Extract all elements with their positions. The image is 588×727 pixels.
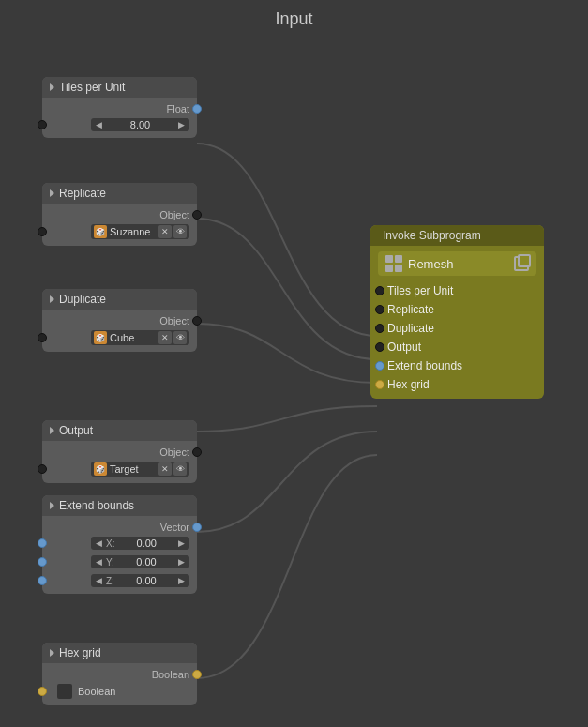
extend-z-decrement[interactable]: ◀ (94, 576, 104, 585)
hex-collapse-triangle[interactable] (50, 649, 54, 657)
node-hex-grid: Hex grid Boolean Boolean (42, 643, 197, 705)
extend-x-row: ◀ X: 0.00 ▶ (42, 534, 197, 553)
hex-input-socket[interactable] (38, 687, 47, 696)
extend-y-input-socket[interactable] (38, 557, 47, 567)
replicate-input-socket[interactable] (38, 227, 47, 236)
extend-collapse-triangle[interactable] (50, 502, 54, 509)
invoke-input-tiles: Tiles per Unit (370, 281, 544, 300)
invoke-input-replicate: Replicate (370, 300, 544, 319)
node-output-title: Output (59, 424, 93, 437)
node-tiles-per-unit: Tiles per Unit Float ◀ 8.00 ▶ (42, 77, 197, 138)
replicate-collapse-triangle[interactable] (50, 189, 54, 197)
duplicate-output-socket[interactable] (192, 316, 202, 326)
replicate-output-socket[interactable] (192, 210, 202, 220)
invoke-header: Invoke Subprogram (370, 225, 544, 246)
duplicate-clear-btn[interactable]: ✕ (158, 331, 172, 344)
invoke-input-output: Output (370, 338, 544, 356)
invoke-replicate-label: Replicate (387, 303, 434, 316)
output-eye-btn[interactable]: 👁 (173, 462, 187, 476)
hex-bool-checkbox[interactable] (57, 684, 72, 699)
duplicate-object-label-row: Object (42, 313, 197, 327)
extend-z-value: 0.00 (116, 575, 176, 586)
invoke-title: Invoke Subprogram (383, 229, 481, 242)
extend-x-value: 0.00 (116, 538, 176, 549)
extend-x-field[interactable]: ◀ X: 0.00 ▶ (91, 537, 189, 550)
invoke-hex-socket[interactable] (375, 380, 384, 389)
extend-y-field[interactable]: ◀ Y: 0.00 ▶ (91, 555, 189, 568)
extend-z-field[interactable]: ◀ Z: 0.00 ▶ (91, 574, 189, 587)
output-collapse-triangle[interactable] (50, 427, 54, 434)
node-tiles-per-unit-title: Tiles per Unit (59, 81, 125, 94)
replicate-eye-btn[interactable]: 👁 (173, 225, 187, 238)
duplicate-collapse-triangle[interactable] (50, 295, 54, 303)
invoke-subname-row[interactable]: Remesh (378, 251, 536, 276)
extend-y-row: ◀ Y: 0.00 ▶ (42, 553, 197, 571)
extend-x-decrement[interactable]: ◀ (94, 538, 104, 548)
node-invoke-subprogram: Invoke Subprogram Remesh Tiles per Unit … (370, 225, 544, 399)
node-duplicate: Duplicate Object 🎲 Cube ✕ 👁 (42, 289, 197, 352)
node-hex-grid-header: Hex grid (42, 643, 197, 663)
invoke-duplicate-socket[interactable] (375, 324, 384, 333)
duplicate-input-socket[interactable] (38, 333, 47, 342)
node-extend-bounds-header: Extend bounds (42, 495, 197, 516)
extend-output-socket[interactable] (192, 523, 202, 532)
invoke-inputs-list: Tiles per Unit Replicate Duplicate Outpu… (370, 281, 544, 399)
extend-vector-label-row: Vector (42, 520, 197, 534)
extend-z-increment[interactable]: ▶ (176, 576, 187, 585)
invoke-tiles-socket[interactable] (375, 286, 384, 295)
node-output: Output Object 🎲 Target ✕ 👁 (42, 420, 197, 483)
replicate-clear-btn[interactable]: ✕ (158, 225, 172, 238)
invoke-copy-icon[interactable] (514, 256, 529, 271)
extend-y-increment[interactable]: ▶ (176, 557, 187, 567)
extend-y-value: 0.00 (116, 556, 176, 568)
replicate-obj-icon: 🎲 (94, 225, 107, 238)
invoke-input-duplicate: Duplicate (370, 319, 544, 338)
duplicate-obj-name: Cube (110, 332, 156, 343)
tiles-input-socket[interactable] (38, 120, 47, 129)
output-obj-field[interactable]: 🎲 Target ✕ 👁 (91, 462, 189, 477)
extend-x-increment[interactable]: ▶ (176, 538, 187, 548)
node-duplicate-header: Duplicate (42, 289, 197, 310)
extend-z-row: ◀ Z: 0.00 ▶ (42, 571, 197, 590)
hex-output-socket[interactable] (192, 670, 202, 679)
invoke-extend-socket[interactable] (375, 361, 384, 371)
invoke-input-hex: Hex grid (370, 375, 544, 399)
output-input-socket[interactable] (38, 464, 47, 474)
output-obj-row: 🎲 Target ✕ 👁 (42, 459, 197, 479)
extend-z-input-socket[interactable] (38, 576, 47, 585)
invoke-extend-label: Extend bounds (387, 359, 462, 372)
tiles-float-label-row: Float (42, 101, 197, 115)
node-replicate-header: Replicate (42, 183, 197, 204)
node-output-header: Output (42, 420, 197, 441)
node-duplicate-title: Duplicate (59, 293, 106, 306)
tiles-output-socket[interactable] (192, 104, 202, 114)
node-replicate: Replicate Object 🎲 Suzanne ✕ 👁 (42, 183, 197, 246)
replicate-obj-row: 🎲 Suzanne ✕ 👁 (42, 221, 197, 242)
tiles-value-row: ◀ 8.00 ▶ (42, 115, 197, 134)
tiles-value-field[interactable]: ◀ 8.00 ▶ (91, 118, 189, 131)
node-extend-bounds-title: Extend bounds (59, 499, 134, 512)
extend-z-label: Z: (104, 576, 116, 586)
output-object-label-row: Object (42, 445, 197, 459)
output-output-socket[interactable] (192, 447, 202, 457)
collapse-triangle[interactable] (50, 83, 54, 91)
replicate-object-label: Object (159, 209, 189, 220)
hex-boolean-label: Boolean (152, 669, 189, 680)
invoke-input-extend: Extend bounds (370, 356, 544, 375)
page-title: Input (0, 0, 588, 37)
invoke-grid-icon (385, 255, 402, 272)
tiles-increment[interactable]: ▶ (176, 120, 187, 129)
output-clear-btn[interactable]: ✕ (158, 462, 172, 476)
output-object-label: Object (159, 447, 189, 458)
tiles-decrement[interactable]: ◀ (94, 120, 104, 129)
extend-x-input-socket[interactable] (38, 538, 47, 548)
invoke-output-socket[interactable] (375, 342, 384, 352)
invoke-replicate-socket[interactable] (375, 305, 384, 314)
duplicate-eye-btn[interactable]: 👁 (173, 331, 187, 344)
extend-x-label: X: (104, 538, 116, 549)
tiles-value: 8.00 (104, 119, 176, 130)
extend-y-label: Y: (104, 557, 116, 568)
extend-y-decrement[interactable]: ◀ (94, 557, 104, 567)
replicate-obj-field[interactable]: 🎲 Suzanne ✕ 👁 (91, 224, 189, 239)
duplicate-obj-field[interactable]: 🎲 Cube ✕ 👁 (91, 330, 189, 345)
